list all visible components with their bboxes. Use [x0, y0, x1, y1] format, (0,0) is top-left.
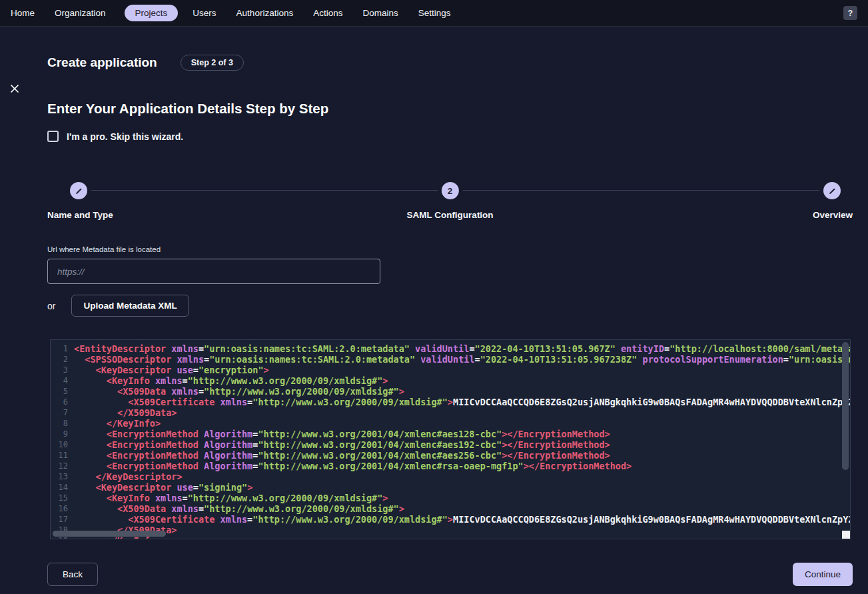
step-saml-configuration: 2 SAML Configuration [406, 182, 493, 220]
code-lines: 1<EntityDescriptor xmlns="urn:oasis:name… [51, 340, 850, 539]
nav-item-users[interactable]: Users [193, 5, 216, 21]
code-line: 9 <EncryptionMethod Algorithm="http://ww… [55, 429, 850, 439]
code-line: 15 <KeyInfo xmlns="http://www.w3.org/200… [55, 493, 850, 503]
code-line: 6 <X509Certificate xmlns="http://www.w3.… [55, 397, 850, 407]
code-line: 14 <KeyDescriptor use="signing"> [55, 482, 850, 493]
nav-item-domains[interactable]: Domains [362, 5, 398, 21]
step-1-label: Name and Type [47, 210, 113, 220]
wizard-stepper: Name and Type 2 SAML Configuration Overv… [47, 182, 853, 221]
code-line: 2 <SPSSODescriptor xmlns="urn:oasis:name… [55, 354, 850, 365]
close-icon [8, 87, 21, 97]
step-badge: Step 2 of 3 [181, 55, 244, 71]
back-button[interactable]: Back [47, 563, 98, 586]
help-button[interactable]: ? [843, 6, 857, 20]
code-line: 3 <KeyDescriptor use="encryption"> [55, 365, 850, 375]
pencil-icon [828, 187, 837, 195]
pencil-icon [75, 187, 83, 195]
skip-wizard-checkbox[interactable] [47, 131, 59, 142]
stepper-connector [463, 190, 820, 191]
wizard-heading: Enter Your Application Details Step by S… [47, 101, 853, 117]
nav-item-organization[interactable]: Organization [55, 5, 106, 21]
metadata-url-input[interactable] [47, 259, 380, 284]
skip-wizard-label: I'm a pro. Skip this wizard. [67, 131, 183, 142]
code-line: 17 <X509Certificate xmlns="http://www.w3… [55, 514, 850, 525]
skip-wizard-row[interactable]: I'm a pro. Skip this wizard. [47, 131, 853, 142]
or-row: or Upload Metadata XML [47, 295, 853, 317]
code-line: 7 </X509Data> [55, 407, 850, 418]
or-label: or [47, 301, 55, 311]
wizard-footer: Back Continue [47, 563, 853, 586]
page-title: Create application [47, 55, 157, 70]
code-line: 1<EntityDescriptor xmlns="urn:oasis:name… [55, 343, 850, 354]
nav-item-settings[interactable]: Settings [418, 5, 451, 21]
code-line: 11 <EncryptionMethod Algorithm="http://w… [55, 450, 850, 461]
metadata-xml-editor[interactable]: 1<EntityDescriptor xmlns="urn:oasis:name… [50, 339, 851, 539]
create-application-page: Create application Step 2 of 3 Enter You… [0, 53, 868, 586]
code-line: 8 </KeyInfo> [55, 418, 850, 429]
continue-button[interactable]: Continue [793, 563, 853, 586]
nav-item-authorizations[interactable]: Authorizations [236, 5, 294, 21]
editor-vertical-scrollbar-thumb[interactable] [842, 342, 849, 470]
nav-item-actions[interactable]: Actions [313, 5, 342, 21]
step-3-indicator [823, 182, 841, 199]
nav-item-home[interactable]: Home [11, 5, 35, 21]
code-line: 13 </KeyDescriptor> [55, 471, 850, 482]
step-1-indicator [70, 182, 87, 199]
step-name-and-type: Name and Type [47, 182, 113, 220]
code-line: 18 </X509Data> [55, 525, 850, 535]
nav-items: HomeOrganizationProjectsUsersAuthorizati… [11, 5, 471, 21]
code-line: 16 <X509Data xmlns="http://www.w3.org/20… [55, 503, 850, 514]
step-2-label: SAML Configuration [406, 210, 493, 220]
code-line: 12 <EncryptionMethod Algorithm="http://w… [55, 461, 850, 471]
step-2-indicator: 2 [441, 182, 458, 199]
editor-resize-corner[interactable] [842, 531, 850, 539]
code-line: 4 <KeyInfo xmlns="http://www.w3.org/2000… [55, 375, 850, 386]
step-overview: Overview [813, 182, 853, 220]
dialog-header: Create application Step 2 of 3 [47, 53, 853, 72]
code-line: 10 <EncryptionMethod Algorithm="http://w… [55, 439, 850, 450]
step-3-label: Overview [813, 210, 853, 220]
upload-metadata-button[interactable]: Upload Metadata XML [71, 295, 189, 317]
metadata-url-label: Url where Metadata file is located [47, 245, 853, 253]
code-line: 5 <X509Data xmlns="http://www.w3.org/200… [55, 386, 850, 397]
nav-item-projects[interactable]: Projects [125, 5, 179, 21]
stepper-connector [91, 190, 438, 191]
editor-horizontal-scrollbar-thumb[interactable] [53, 531, 166, 537]
code-line: 19 </KeyInfo> [55, 535, 850, 539]
close-button[interactable] [7, 82, 22, 97]
top-nav: HomeOrganizationProjectsUsersAuthorizati… [0, 0, 868, 27]
